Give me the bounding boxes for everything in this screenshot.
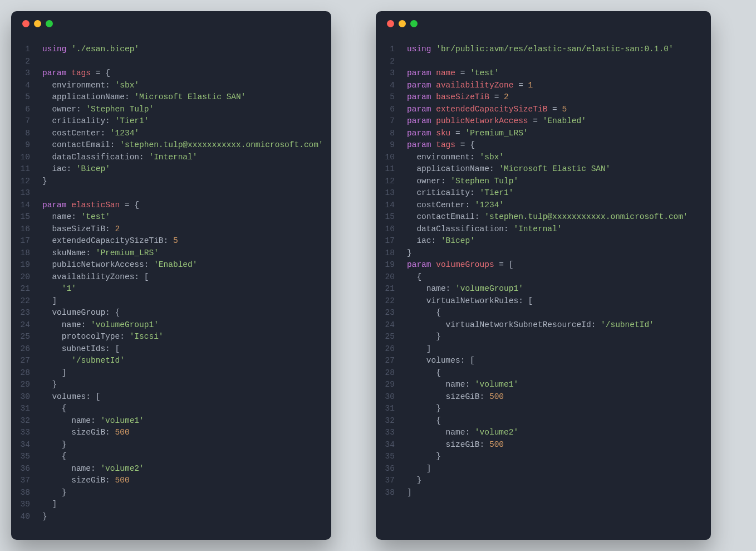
code-content[interactable]: using 'br/public:avm/res/elastic-san/ela…: [407, 43, 688, 499]
maximize-icon[interactable]: [410, 20, 418, 27]
minimize-icon[interactable]: [399, 20, 406, 27]
editor-area[interactable]: 1 2 3 4 5 6 7 8 9 10 11 12 13 14 15 16 1…: [11, 36, 331, 536]
code-window-left: 1 2 3 4 5 6 7 8 9 10 11 12 13 14 15 16 1…: [11, 11, 331, 540]
line-number-gutter: 1 2 3 4 5 6 7 8 9 10 11 12 13 14 15 16 1…: [11, 43, 42, 523]
line-number-gutter: 1 2 3 4 5 6 7 8 9 10 11 12 13 14 15 16 1…: [376, 43, 407, 499]
minimize-icon[interactable]: [34, 20, 41, 27]
close-icon[interactable]: [22, 20, 30, 27]
code-content[interactable]: using './esan.bicep' param tags = { envi…: [42, 43, 323, 523]
titlebar: [11, 11, 331, 36]
code-window-right: 1 2 3 4 5 6 7 8 9 10 11 12 13 14 15 16 1…: [376, 11, 711, 540]
maximize-icon[interactable]: [46, 20, 53, 27]
close-icon[interactable]: [387, 20, 394, 27]
editor-area[interactable]: 1 2 3 4 5 6 7 8 9 10 11 12 13 14 15 16 1…: [376, 36, 711, 512]
titlebar: [376, 11, 711, 36]
